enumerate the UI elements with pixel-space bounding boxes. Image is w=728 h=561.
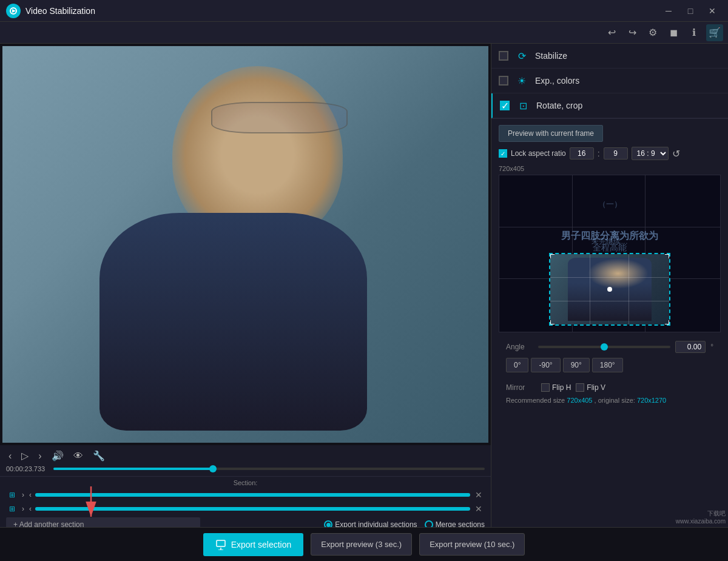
subtitle-overlay: （一） [598, 199, 622, 210]
ratio-height-input[interactable] [604, 147, 628, 160]
next-frame-button[interactable]: › [36, 449, 44, 463]
more-overlay: 未完继续… [592, 237, 628, 247]
crop-preview[interactable]: 男子四肢分离为所欲为 全程高能 （一） 未完继续… [499, 175, 721, 332]
crop-corner-tr[interactable] [665, 254, 670, 258]
crop-center-dot [607, 287, 612, 292]
flip-h-checkbox[interactable] [541, 383, 550, 392]
recommended-size-link[interactable]: 720x405 [567, 397, 592, 404]
recommended-size-label: Recommended size [506, 397, 565, 404]
angle-row: Angle ° [506, 341, 713, 353]
exp-colors-option: ☀ Exp., colors [491, 69, 728, 93]
flip-h-option[interactable]: Flip H [541, 383, 571, 392]
export-icon [215, 539, 226, 550]
section-row-1: ⊞ › ‹ ✕ [6, 489, 485, 501]
section-range-2 [35, 507, 470, 511]
watermark: 下载吧 www.xiazaiba.com [676, 509, 726, 525]
original-size-link[interactable]: 720x1270 [637, 397, 666, 404]
rotate-crop-panel: Preview with current frame ✓ Lock aspect… [491, 118, 728, 415]
inner-grid-v-2 [629, 254, 629, 324]
crop-corner-tl[interactable] [550, 254, 554, 258]
tools-button[interactable]: 🔧 [90, 449, 107, 463]
watermark-text: 下载吧 [676, 509, 726, 518]
video-preview[interactable] [2, 46, 488, 443]
svg-rect-4 [217, 540, 225, 546]
glasses-shape [211, 102, 347, 133]
window-controls: ─ □ ✕ [659, 2, 722, 19]
volume-button[interactable]: 🔊 [49, 449, 66, 463]
prev-frame-button[interactable]: ‹ [6, 449, 14, 463]
section-close-2[interactable]: ✕ [473, 504, 485, 514]
crop-corner-br[interactable] [665, 320, 670, 325]
section-in-icon-2: ⊞ [6, 503, 18, 515]
undo-icon[interactable]: ↩ [603, 24, 620, 41]
preview-current-frame-button[interactable]: Preview with current frame [499, 125, 603, 142]
more-text: 未完继续… [592, 237, 628, 246]
stabilize-checkbox[interactable] [499, 51, 508, 61]
flip-v-checkbox[interactable] [576, 383, 584, 392]
sun-icon: ☀ [514, 73, 529, 88]
angle-0-button[interactable]: 0° [506, 358, 528, 372]
export-selection-button[interactable]: Export selection [203, 533, 304, 556]
redo-icon[interactable]: ↪ [624, 24, 641, 41]
flip-v-option[interactable]: Flip V [576, 383, 605, 392]
angle-180-button[interactable]: 180° [592, 358, 623, 372]
section-nav-left-2[interactable]: › [21, 505, 25, 513]
section-nav-right-1[interactable]: ‹ [28, 491, 33, 499]
angle-90-button[interactable]: 90° [563, 358, 590, 372]
lock-aspect-label: Lock aspect ratio [511, 149, 566, 158]
settings-icon[interactable]: ⚙ [644, 24, 661, 41]
lock-aspect-checkbox[interactable]: ✓ [499, 149, 507, 158]
rotate-crop-checkbox[interactable]: ✓ [500, 101, 510, 110]
stabilize-label: Stabilize [535, 51, 567, 61]
angle-slider[interactable] [538, 346, 670, 348]
inner-grid-h-2 [550, 301, 669, 301]
main-layout: ‹ ▷ › 🔊 👁 🔧 00:00:23.733 Section: ⊞ [0, 44, 728, 561]
inner-grid-v-1 [590, 254, 590, 324]
angle-section: Angle ° 0° -90° 90° 180° [499, 337, 721, 381]
maximize-button[interactable]: □ [681, 2, 700, 19]
mirror-row: Mirror Flip H Flip V [499, 381, 721, 394]
recommended-size-row: Recommended size 720x405 , original size… [499, 394, 721, 409]
crop-corner-bl[interactable] [550, 320, 554, 325]
cart-icon[interactable]: 🛒 [706, 24, 723, 41]
video-frame [2, 46, 488, 443]
section-nav-right-2[interactable]: ‹ [28, 505, 33, 513]
section-nav-left-1[interactable]: › [21, 491, 25, 499]
preview-eye-button[interactable]: 👁 [71, 449, 86, 463]
angle-neg90-button[interactable]: -90° [531, 358, 560, 372]
crop-thumbnail[interactable] [549, 253, 670, 326]
export-preview-3-button[interactable]: Export preview (3 sec.) [311, 533, 412, 556]
section-close-1[interactable]: ✕ [473, 490, 485, 500]
rotate-crop-label: Rotate, crop [536, 101, 582, 110]
ratio-preset-select[interactable]: 16 : 9 4 : 3 1 : 1 [632, 147, 669, 160]
exp-colors-checkbox[interactable] [499, 76, 508, 86]
exp-colors-label: Exp., colors [535, 76, 579, 86]
left-panel: ‹ ▷ › 🔊 👁 🔧 00:00:23.733 Section: ⊞ [0, 44, 491, 561]
app-logo [6, 4, 21, 18]
svg-marker-1 [12, 9, 16, 13]
crop-icon: ⊡ [516, 98, 530, 113]
time-display: 00:00:23.733 [6, 465, 49, 472]
angle-value-input[interactable] [675, 341, 706, 353]
section-slider-2[interactable] [35, 507, 470, 511]
info-icon[interactable]: ℹ [686, 24, 703, 41]
export-selection-label: Export selection [231, 540, 292, 549]
app-title: Video Stabilization [25, 6, 659, 16]
section-in-icon-1: ⊞ [6, 489, 18, 501]
video-controls: ‹ ▷ › 🔊 👁 🔧 00:00:23.733 [0, 445, 491, 476]
export-bar: Export selection Export preview (3 sec.)… [0, 527, 728, 561]
timeline-slider[interactable] [53, 468, 485, 470]
section-slider-1[interactable] [35, 493, 470, 497]
stabilize-icon: ⟳ [514, 49, 529, 63]
layers-icon[interactable]: ◼ [665, 24, 682, 41]
mirror-label: Mirror [506, 383, 536, 392]
close-button[interactable]: ✕ [703, 2, 722, 19]
flip-h-label: Flip H [552, 383, 571, 392]
ratio-width-input[interactable] [570, 147, 594, 160]
minimize-button[interactable]: ─ [659, 2, 678, 19]
export-preview-10-button[interactable]: Export preview (10 sec.) [419, 533, 525, 556]
ratio-refresh-button[interactable]: ↺ [672, 148, 680, 160]
toolbar: ↩ ↪ ⚙ ◼ ℹ 🛒 [0, 22, 728, 44]
timeline-fill [53, 468, 213, 470]
play-button[interactable]: ▷ [19, 449, 31, 463]
